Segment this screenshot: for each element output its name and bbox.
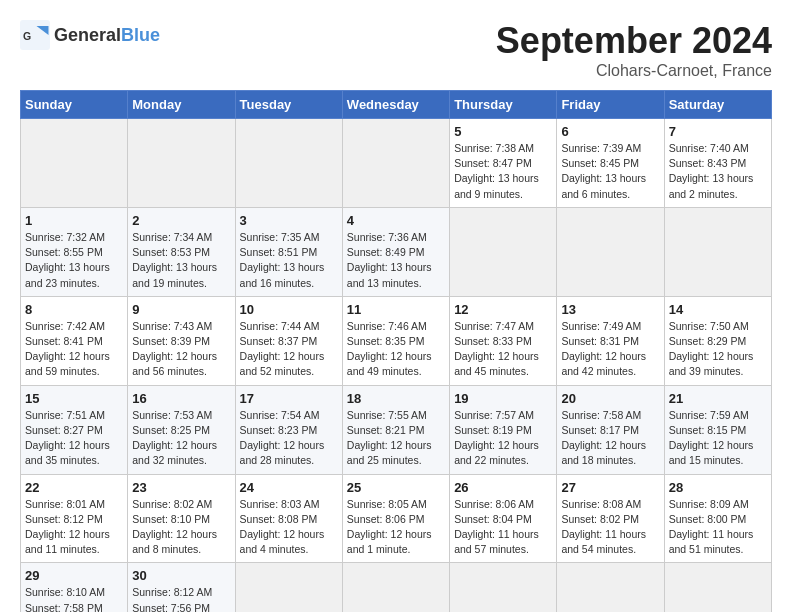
day-number: 22 <box>25 480 123 495</box>
day-cell-24: 24 Sunrise: 8:03 AMSunset: 8:08 PMDaylig… <box>235 474 342 563</box>
header-thursday: Thursday <box>450 91 557 119</box>
day-number: 17 <box>240 391 338 406</box>
logo-blue: Blue <box>121 25 160 45</box>
month-title: September 2024 <box>496 20 772 62</box>
logo: G GeneralBlue <box>20 20 160 50</box>
day-number: 27 <box>561 480 659 495</box>
day-number: 29 <box>25 568 123 583</box>
day-cell-23: 23 Sunrise: 8:02 AMSunset: 8:10 PMDaylig… <box>128 474 235 563</box>
day-number: 30 <box>132 568 230 583</box>
day-cell-3: 3 Sunrise: 7:35 AMSunset: 8:51 PMDayligh… <box>235 207 342 296</box>
day-detail: Sunrise: 7:34 AMSunset: 8:53 PMDaylight:… <box>132 230 230 291</box>
day-number: 18 <box>347 391 445 406</box>
day-number: 2 <box>132 213 230 228</box>
day-cell-27: 27 Sunrise: 8:08 AMSunset: 8:02 PMDaylig… <box>557 474 664 563</box>
day-number: 23 <box>132 480 230 495</box>
table-row: 22 Sunrise: 8:01 AMSunset: 8:12 PMDaylig… <box>21 474 772 563</box>
day-cell-14: 14 Sunrise: 7:50 AMSunset: 8:29 PMDaylig… <box>664 296 771 385</box>
day-cell-28: 28 Sunrise: 8:09 AMSunset: 8:00 PMDaylig… <box>664 474 771 563</box>
day-detail: Sunrise: 8:09 AMSunset: 8:00 PMDaylight:… <box>669 497 767 558</box>
header-tuesday: Tuesday <box>235 91 342 119</box>
day-cell-26: 26 Sunrise: 8:06 AMSunset: 8:04 PMDaylig… <box>450 474 557 563</box>
day-number: 16 <box>132 391 230 406</box>
day-detail: Sunrise: 7:47 AMSunset: 8:33 PMDaylight:… <box>454 319 552 380</box>
empty-cell <box>664 563 771 612</box>
empty-cell <box>664 207 771 296</box>
empty-cell <box>450 207 557 296</box>
day-detail: Sunrise: 7:43 AMSunset: 8:39 PMDaylight:… <box>132 319 230 380</box>
table-row: 5 Sunrise: 7:38 AMSunset: 8:47 PMDayligh… <box>21 119 772 208</box>
day-cell-2: 2 Sunrise: 7:34 AMSunset: 8:53 PMDayligh… <box>128 207 235 296</box>
day-cell-25: 25 Sunrise: 8:05 AMSunset: 8:06 PMDaylig… <box>342 474 449 563</box>
day-detail: Sunrise: 7:49 AMSunset: 8:31 PMDaylight:… <box>561 319 659 380</box>
day-cell-19: 19 Sunrise: 7:57 AMSunset: 8:19 PMDaylig… <box>450 385 557 474</box>
title-area: September 2024 Clohars-Carnoet, France <box>496 20 772 80</box>
day-cell-8: 8 Sunrise: 7:42 AMSunset: 8:41 PMDayligh… <box>21 296 128 385</box>
logo-general: General <box>54 25 121 45</box>
empty-cell <box>450 563 557 612</box>
empty-cell <box>235 119 342 208</box>
day-detail: Sunrise: 8:03 AMSunset: 8:08 PMDaylight:… <box>240 497 338 558</box>
header-sunday: Sunday <box>21 91 128 119</box>
day-number: 19 <box>454 391 552 406</box>
day-detail: Sunrise: 8:08 AMSunset: 8:02 PMDaylight:… <box>561 497 659 558</box>
day-cell-6: 6 Sunrise: 7:39 AMSunset: 8:45 PMDayligh… <box>557 119 664 208</box>
empty-cell <box>342 563 449 612</box>
day-number: 11 <box>347 302 445 317</box>
table-row: 1 Sunrise: 7:32 AMSunset: 8:55 PMDayligh… <box>21 207 772 296</box>
day-detail: Sunrise: 7:59 AMSunset: 8:15 PMDaylight:… <box>669 408 767 469</box>
day-cell-9: 9 Sunrise: 7:43 AMSunset: 8:39 PMDayligh… <box>128 296 235 385</box>
day-number: 5 <box>454 124 552 139</box>
page-header: G GeneralBlue September 2024 Clohars-Car… <box>20 20 772 80</box>
day-detail: Sunrise: 8:01 AMSunset: 8:12 PMDaylight:… <box>25 497 123 558</box>
day-detail: Sunrise: 7:46 AMSunset: 8:35 PMDaylight:… <box>347 319 445 380</box>
day-detail: Sunrise: 8:05 AMSunset: 8:06 PMDaylight:… <box>347 497 445 558</box>
day-cell-18: 18 Sunrise: 7:55 AMSunset: 8:21 PMDaylig… <box>342 385 449 474</box>
header-saturday: Saturday <box>664 91 771 119</box>
day-cell-5: 5 Sunrise: 7:38 AMSunset: 8:47 PMDayligh… <box>450 119 557 208</box>
day-detail: Sunrise: 7:39 AMSunset: 8:45 PMDaylight:… <box>561 141 659 202</box>
day-number: 1 <box>25 213 123 228</box>
day-number: 24 <box>240 480 338 495</box>
day-detail: Sunrise: 8:10 AMSunset: 7:58 PMDaylight:… <box>25 585 123 612</box>
day-detail: Sunrise: 7:53 AMSunset: 8:25 PMDaylight:… <box>132 408 230 469</box>
day-cell-10: 10 Sunrise: 7:44 AMSunset: 8:37 PMDaylig… <box>235 296 342 385</box>
day-number: 10 <box>240 302 338 317</box>
day-cell-11: 11 Sunrise: 7:46 AMSunset: 8:35 PMDaylig… <box>342 296 449 385</box>
day-number: 3 <box>240 213 338 228</box>
table-row: 15 Sunrise: 7:51 AMSunset: 8:27 PMDaylig… <box>21 385 772 474</box>
day-number: 25 <box>347 480 445 495</box>
day-cell-20: 20 Sunrise: 7:58 AMSunset: 8:17 PMDaylig… <box>557 385 664 474</box>
table-row: 8 Sunrise: 7:42 AMSunset: 8:41 PMDayligh… <box>21 296 772 385</box>
day-cell-12: 12 Sunrise: 7:47 AMSunset: 8:33 PMDaylig… <box>450 296 557 385</box>
day-cell-16: 16 Sunrise: 7:53 AMSunset: 8:25 PMDaylig… <box>128 385 235 474</box>
location-subtitle: Clohars-Carnoet, France <box>496 62 772 80</box>
header-wednesday: Wednesday <box>342 91 449 119</box>
day-detail: Sunrise: 7:36 AMSunset: 8:49 PMDaylight:… <box>347 230 445 291</box>
svg-text:G: G <box>23 30 31 42</box>
calendar-table: Sunday Monday Tuesday Wednesday Thursday… <box>20 90 772 612</box>
day-cell-1: 1 Sunrise: 7:32 AMSunset: 8:55 PMDayligh… <box>21 207 128 296</box>
table-row: 29 Sunrise: 8:10 AMSunset: 7:58 PMDaylig… <box>21 563 772 612</box>
header-friday: Friday <box>557 91 664 119</box>
logo-text: GeneralBlue <box>54 25 160 46</box>
empty-cell <box>128 119 235 208</box>
empty-cell <box>235 563 342 612</box>
day-detail: Sunrise: 7:51 AMSunset: 8:27 PMDaylight:… <box>25 408 123 469</box>
day-detail: Sunrise: 7:54 AMSunset: 8:23 PMDaylight:… <box>240 408 338 469</box>
day-cell-21: 21 Sunrise: 7:59 AMSunset: 8:15 PMDaylig… <box>664 385 771 474</box>
empty-cell <box>557 563 664 612</box>
day-number: 4 <box>347 213 445 228</box>
day-detail: Sunrise: 7:32 AMSunset: 8:55 PMDaylight:… <box>25 230 123 291</box>
logo-icon: G <box>20 20 50 50</box>
day-detail: Sunrise: 7:58 AMSunset: 8:17 PMDaylight:… <box>561 408 659 469</box>
day-number: 15 <box>25 391 123 406</box>
day-cell-17: 17 Sunrise: 7:54 AMSunset: 8:23 PMDaylig… <box>235 385 342 474</box>
day-cell-7: 7 Sunrise: 7:40 AMSunset: 8:43 PMDayligh… <box>664 119 771 208</box>
day-cell-30: 30 Sunrise: 8:12 AMSunset: 7:56 PMDaylig… <box>128 563 235 612</box>
day-detail: Sunrise: 7:35 AMSunset: 8:51 PMDaylight:… <box>240 230 338 291</box>
day-number: 13 <box>561 302 659 317</box>
day-cell-29: 29 Sunrise: 8:10 AMSunset: 7:58 PMDaylig… <box>21 563 128 612</box>
day-cell-15: 15 Sunrise: 7:51 AMSunset: 8:27 PMDaylig… <box>21 385 128 474</box>
header-monday: Monday <box>128 91 235 119</box>
